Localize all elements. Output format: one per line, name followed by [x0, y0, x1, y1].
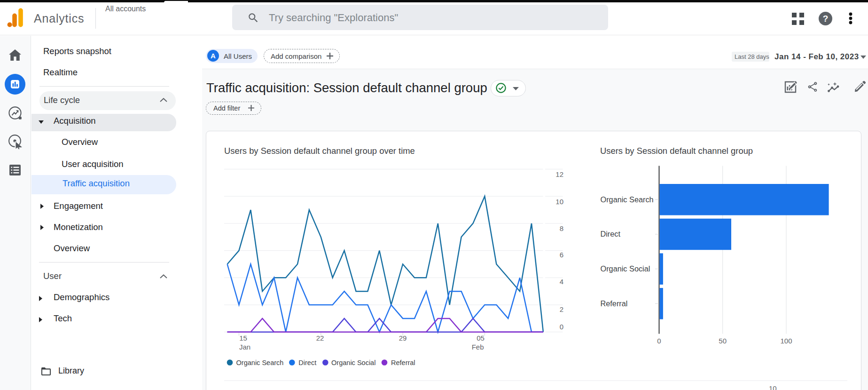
svg-text:Jan: Jan [239, 343, 250, 351]
svg-text:100: 100 [780, 337, 792, 345]
svg-text:0: 0 [657, 337, 661, 345]
svg-text:Users by Session default chann: Users by Session default channel group [600, 146, 753, 156]
svg-text:0: 0 [560, 323, 563, 331]
svg-text:Organic Social: Organic Social [331, 359, 375, 366]
svg-text:Direct: Direct [601, 230, 621, 238]
svg-text:15: 15 [239, 334, 247, 342]
svg-text:22: 22 [316, 334, 324, 342]
svg-text:Organic Social: Organic Social [601, 264, 650, 273]
svg-text:Feb: Feb [472, 343, 484, 351]
svg-text:50: 50 [719, 337, 727, 345]
svg-text:Referral: Referral [601, 299, 628, 308]
svg-text:Referral: Referral [391, 359, 415, 366]
svg-text:8: 8 [560, 224, 563, 232]
svg-text:12: 12 [555, 170, 563, 178]
svg-text:2: 2 [560, 305, 563, 313]
svg-text:Users by Session default chann: Users by Session default channel group o… [224, 146, 415, 156]
svg-text:05: 05 [477, 334, 485, 342]
svg-text:Organic Search: Organic Search [601, 195, 654, 204]
svg-text:6: 6 [560, 251, 563, 259]
svg-text:10: 10 [555, 198, 563, 206]
svg-text:4: 4 [560, 278, 563, 286]
svg-text:29: 29 [399, 334, 407, 342]
svg-text:10: 10 [769, 384, 777, 390]
svg-text:Direct: Direct [298, 359, 316, 366]
svg-text:Organic Search: Organic Search [236, 359, 284, 366]
